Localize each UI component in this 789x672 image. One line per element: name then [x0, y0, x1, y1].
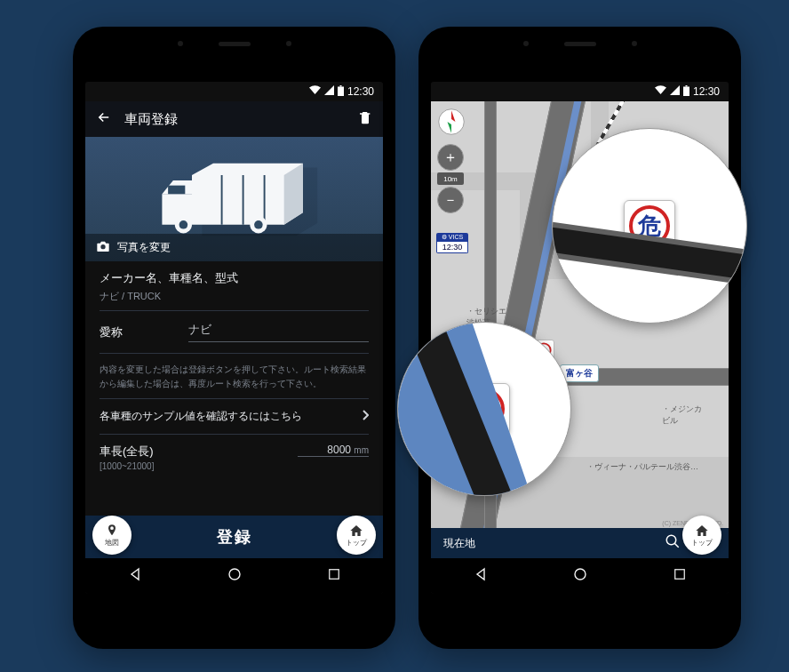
length-label: 車長(全長) — [100, 444, 154, 458]
svg-point-26 — [575, 569, 586, 580]
register-button[interactable]: 登録 — [217, 526, 252, 548]
magnifier-no-truck-sign — [397, 322, 571, 496]
vehicle-hero: 写真を変更 — [85, 137, 383, 261]
sample-values-link[interactable]: 各車種のサンプル値を確認するにはこちら — [100, 398, 369, 435]
svg-rect-0 — [339, 85, 341, 87]
svg-point-10 — [100, 244, 105, 249]
pin-icon — [104, 524, 120, 538]
fab-top[interactable]: トップ — [337, 516, 376, 555]
svg-point-8 — [254, 220, 263, 229]
statusbar-time: 12:30 — [693, 85, 720, 98]
vics-badge[interactable]: ⚙ VICS 12:30 — [436, 233, 468, 253]
nickname-row: 愛称 ナビ — [100, 311, 369, 354]
back-icon[interactable] — [96, 109, 112, 129]
svg-rect-14 — [683, 86, 689, 96]
svg-point-11 — [229, 569, 240, 580]
android-statusbar: 12:30 — [85, 82, 383, 101]
nav-recent-icon[interactable] — [673, 568, 686, 584]
zoom-scale-label: 10m — [437, 172, 464, 185]
fab-top[interactable]: トップ — [682, 516, 721, 555]
svg-rect-27 — [675, 570, 685, 580]
wifi-icon — [655, 85, 666, 98]
nickname-input[interactable]: ナビ — [188, 322, 369, 342]
page-title: 車両登録 — [124, 111, 346, 128]
nav-home-icon[interactable] — [573, 567, 587, 585]
android-navbar — [431, 558, 729, 594]
fab-map[interactable]: 地図 — [92, 516, 132, 555]
change-photo-label: 写真を変更 — [117, 240, 171, 255]
screen-vehicle: 12:30 車両登録 — [85, 82, 383, 594]
vics-label: ⚙ VICS — [436, 233, 468, 242]
zoom-out-button[interactable]: － — [437, 187, 464, 213]
vics-time: 12:30 — [436, 242, 468, 253]
delete-icon[interactable] — [358, 109, 372, 129]
vehicle-header: 車両登録 — [85, 101, 383, 137]
search-icon[interactable] — [665, 533, 681, 553]
phone-vehicle-register: 12:30 車両登録 — [73, 27, 395, 649]
compass-icon[interactable] — [438, 108, 465, 135]
phone-notch — [178, 41, 291, 46]
maker-value: ナビ / TRUCK — [100, 290, 369, 303]
statusbar-time: 12:30 — [347, 85, 374, 98]
svg-point-6 — [179, 220, 187, 229]
nav-home-icon[interactable] — [227, 567, 242, 585]
poi-label: ヴィーナ・パルテール渋谷… — [586, 461, 698, 473]
android-navbar — [85, 558, 383, 594]
svg-rect-1 — [338, 86, 344, 96]
home-icon — [694, 524, 710, 538]
poi-label: メジンカ ビル — [662, 404, 702, 427]
vehicle-form: メーカー名、車種名、型式 ナビ / TRUCK 愛称 ナビ 内容を変更した場合は… — [85, 261, 383, 471]
android-statusbar: 12:30 — [431, 82, 729, 101]
svg-rect-29 — [553, 225, 746, 282]
nav-back-icon[interactable] — [128, 567, 142, 585]
nickname-label: 愛称 — [100, 324, 171, 340]
home-icon — [348, 524, 364, 538]
chevron-right-icon — [362, 410, 369, 423]
camera-icon — [96, 240, 110, 255]
maker-row[interactable]: メーカー名、車種名、型式 ナビ / TRUCK — [100, 261, 369, 311]
form-note: 内容を変更した場合は登録ボタンを押して下さい。ルート検索結果から編集した場合は、… — [100, 354, 369, 398]
length-row: 車長(全長) 8000 mm [1000~21000] — [100, 435, 369, 471]
signal-icon — [670, 85, 680, 98]
wifi-icon — [309, 85, 321, 98]
svg-point-24 — [666, 535, 676, 545]
zoom-in-button[interactable]: ＋ — [437, 144, 464, 171]
nav-recent-icon[interactable] — [328, 568, 340, 584]
svg-rect-12 — [330, 570, 339, 580]
svg-rect-13 — [685, 85, 687, 87]
truck-icon — [146, 156, 323, 242]
current-location-button[interactable]: 現在地 — [443, 536, 475, 551]
phone-notch — [523, 41, 637, 46]
sample-link-label: 各車種のサンプル値を確認するにはこちら — [100, 409, 302, 424]
battery-icon — [338, 85, 344, 99]
nav-back-icon[interactable] — [474, 567, 488, 585]
magnifier-danger-sign: 危 — [552, 128, 747, 324]
svg-rect-9 — [168, 186, 185, 195]
length-input[interactable]: 8000 mm — [298, 444, 369, 457]
battery-icon — [683, 85, 689, 99]
zoom-controls: ＋ 10m － — [438, 144, 463, 213]
svg-line-25 — [674, 543, 679, 548]
length-range: [1000~21000] — [100, 460, 369, 471]
signal-icon — [324, 85, 334, 98]
maker-label: メーカー名、車種名、型式 — [100, 270, 369, 286]
change-photo-button[interactable]: 写真を変更 — [85, 234, 383, 261]
